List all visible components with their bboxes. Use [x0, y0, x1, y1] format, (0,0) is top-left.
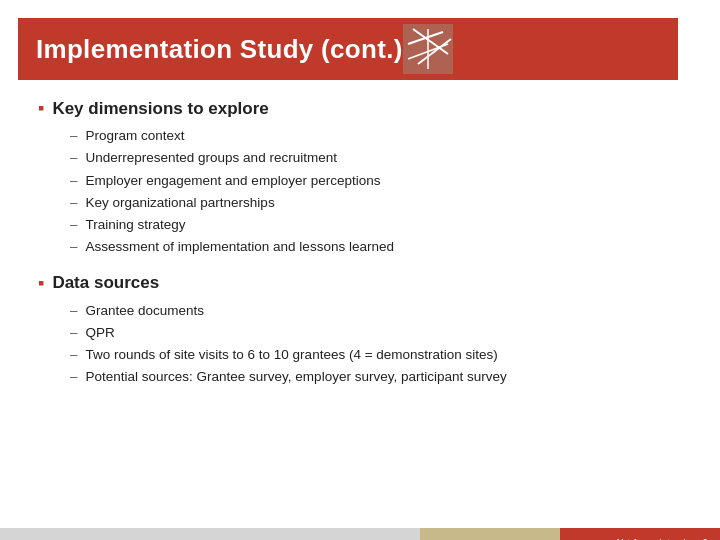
- section-data-sources: ▪ Data sources –Grantee documents –QPR –…: [38, 273, 682, 389]
- bullet-1: ▪: [38, 98, 44, 119]
- list-item: –Potential sources: Grantee survey, empl…: [70, 366, 682, 388]
- dash-icon: –: [70, 344, 78, 366]
- dash-icon: –: [70, 300, 78, 322]
- bullet-2: ▪: [38, 273, 44, 294]
- dash-icon: –: [70, 236, 78, 258]
- list-item: –Employer engagement and employer percep…: [70, 170, 682, 192]
- item-text: QPR: [86, 322, 115, 344]
- list-item: –Training strategy: [70, 214, 682, 236]
- footer: Abt Associates | pg 9: [0, 528, 720, 540]
- list-item: –QPR: [70, 322, 682, 344]
- list-item: –Underrepresented groups and recruitment: [70, 147, 682, 169]
- dash-icon: –: [70, 170, 78, 192]
- section-key-dimensions: ▪ Key dimensions to explore –Program con…: [38, 98, 682, 259]
- dash-icon: –: [70, 147, 78, 169]
- item-text: Key organizational partnerships: [86, 192, 275, 214]
- item-text: Potential sources: Grantee survey, emplo…: [86, 366, 507, 388]
- list-item: –Assessment of implementation and lesson…: [70, 236, 682, 258]
- section-1-label: Key dimensions to explore: [52, 99, 268, 119]
- section-2-list: –Grantee documents –QPR –Two rounds of s…: [70, 300, 682, 389]
- logo-icon: [403, 24, 453, 74]
- content-area: ▪ Key dimensions to explore –Program con…: [0, 80, 720, 389]
- list-item: –Program context: [70, 125, 682, 147]
- section-2-label: Data sources: [52, 273, 159, 293]
- footer-left-band: [0, 528, 420, 540]
- item-text: Employer engagement and employer percept…: [86, 170, 381, 192]
- section-1-list: –Program context –Underrepresented group…: [70, 125, 682, 259]
- item-text: Assessment of implementation and lessons…: [86, 236, 394, 258]
- dash-icon: –: [70, 366, 78, 388]
- item-text: Training strategy: [86, 214, 186, 236]
- section-2-heading: ▪ Data sources: [38, 273, 682, 294]
- item-text: Underrepresented groups and recruitment: [86, 147, 337, 169]
- item-text: Program context: [86, 125, 185, 147]
- slide-title: Implementation Study (cont.): [36, 34, 403, 65]
- dash-icon: –: [70, 322, 78, 344]
- slide: Implementation Study (cont.) ▪ Key dimen…: [0, 18, 720, 540]
- item-text: Grantee documents: [86, 300, 205, 322]
- footer-mid-band: [420, 528, 560, 540]
- list-item: –Grantee documents: [70, 300, 682, 322]
- dash-icon: –: [70, 214, 78, 236]
- footer-right-band: Abt Associates | pg 9: [560, 528, 720, 540]
- header-bar: Implementation Study (cont.): [18, 18, 678, 80]
- section-1-heading: ▪ Key dimensions to explore: [38, 98, 682, 119]
- list-item: –Two rounds of site visits to 6 to 10 gr…: [70, 344, 682, 366]
- dash-icon: –: [70, 125, 78, 147]
- list-item: –Key organizational partnerships: [70, 192, 682, 214]
- item-text: Two rounds of site visits to 6 to 10 gra…: [86, 344, 498, 366]
- dash-icon: –: [70, 192, 78, 214]
